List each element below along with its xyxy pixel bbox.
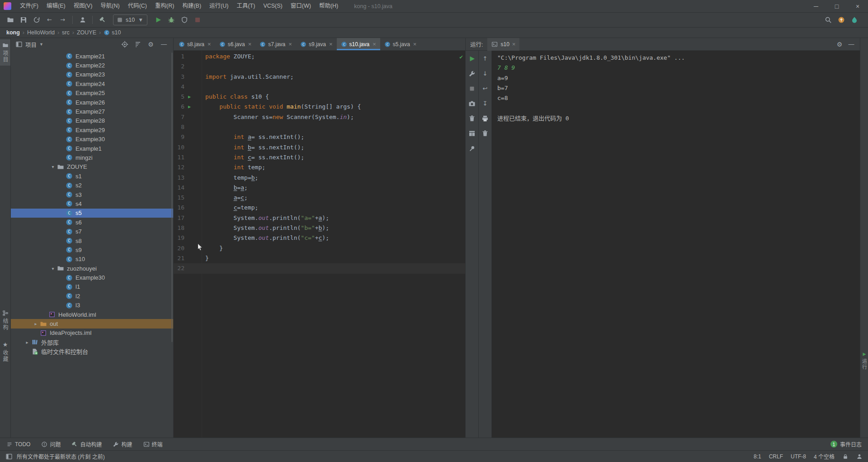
build-project-button[interactable] <box>96 14 108 26</box>
tab-close-icon[interactable]: × <box>208 41 211 48</box>
sync-button[interactable] <box>30 14 42 26</box>
tree-chevron-icon[interactable]: ▸ <box>32 321 40 326</box>
tree-item-s3[interactable]: Cs3 <box>11 190 173 199</box>
print-button[interactable] <box>480 114 490 124</box>
tab-close-icon[interactable]: × <box>288 41 292 48</box>
window-maximize-button[interactable]: □ <box>826 0 847 13</box>
tree-item-Example30[interactable]: CExample30 <box>11 273 173 282</box>
toolwindow-button-问题[interactable]: 问题 <box>41 440 61 448</box>
stop-process-button[interactable] <box>467 84 477 94</box>
editor-tab-s8.java[interactable]: Cs8.java× <box>175 38 215 50</box>
window-minimize-button[interactable]: ─ <box>806 0 826 13</box>
tree-item-Exampie29[interactable]: CExampie29 <box>11 125 173 134</box>
tree-item-s10[interactable]: Cs10 <box>11 255 173 264</box>
editor-tab-s5.java[interactable]: Cs5.java× <box>380 38 421 50</box>
tree-chevron-icon[interactable]: ▸ <box>23 340 31 345</box>
tree-item-Exampie30[interactable]: CExampie30 <box>11 135 173 144</box>
modify-run-config-button[interactable] <box>467 69 477 79</box>
tree-item-Exampie22[interactable]: CExampie22 <box>11 61 173 70</box>
run-line-icon[interactable]: ▶ <box>188 102 191 112</box>
tree-item-s7[interactable]: Cs7 <box>11 227 173 236</box>
code-line[interactable]: 3import java.util.Scanner; <box>174 72 465 82</box>
lock-icon[interactable] <box>842 453 849 460</box>
menu-item[interactable]: 帮助(H) <box>315 0 342 12</box>
tree-item-外部库[interactable]: ▸外部库 <box>11 338 173 347</box>
toolwindow-button-自动构建[interactable]: 自动构建 <box>71 440 102 448</box>
tree-item-s6[interactable]: Cs6 <box>11 218 173 227</box>
tree-item-HelloWorld.iml[interactable]: HelloWorld.iml <box>11 310 173 319</box>
menu-item[interactable]: 代码(C) <box>124 0 151 12</box>
run-tab[interactable]: s10 × <box>487 38 519 51</box>
tab-close-icon[interactable]: × <box>248 41 252 48</box>
scroll-to-end-button[interactable]: ↧ <box>480 99 490 109</box>
editor-tab-s6.java[interactable]: Cs6.java× <box>215 38 256 50</box>
tab-close-icon[interactable]: × <box>329 41 333 48</box>
tree-item-s4[interactable]: Cs4 <box>11 199 173 208</box>
tab-close-icon[interactable]: × <box>413 41 417 48</box>
close-icon[interactable]: × <box>512 41 516 48</box>
restore-layout-button[interactable] <box>467 129 477 138</box>
code-line[interactable]: 1package ZOUYE; <box>174 52 465 62</box>
project-tree-scrollbar[interactable] <box>171 52 173 342</box>
tool-stripe-button-结构[interactable]: 结构 <box>0 307 10 333</box>
pin-tab-button[interactable] <box>467 143 477 153</box>
breadcrumb-item-src[interactable]: src <box>62 29 70 36</box>
menu-item[interactable]: VCS(S) <box>259 0 286 12</box>
tree-item-s8[interactable]: Cs8 <box>11 236 173 245</box>
profile-button[interactable] <box>76 14 89 26</box>
tree-item-Exampie24[interactable]: CExampie24 <box>11 79 173 88</box>
code-line[interactable]: 13 temp=b; <box>174 173 465 183</box>
panel-settings-button[interactable]: ⚙ <box>145 38 157 50</box>
menu-item[interactable]: 文件(F) <box>16 0 42 12</box>
tree-item-临时文件和控制台[interactable]: 临时文件和控制台 <box>11 347 173 356</box>
rerun-button[interactable] <box>467 54 477 64</box>
code-line[interactable]: 22 <box>174 263 465 273</box>
menu-item[interactable]: 编辑(E) <box>42 0 70 12</box>
tree-item-l1[interactable]: Cl1 <box>11 282 173 291</box>
tree-item-IdeaProjects.iml[interactable]: IdeaProjects.iml <box>11 329 173 338</box>
tool-stripe-button-项目[interactable]: 项目 <box>0 39 10 66</box>
stop-button[interactable] <box>191 14 203 26</box>
code-line[interactable]: 11 int c= ss.nextInt(); <box>174 152 465 162</box>
inspections-profile-icon[interactable] <box>856 453 863 460</box>
tree-item-l2[interactable]: Cl2 <box>11 291 173 300</box>
tree-item-ZOUYE[interactable]: ▾ZOUYE <box>11 162 173 171</box>
tree-item-Exampie23[interactable]: CExampie23 <box>11 70 173 79</box>
caret-position[interactable]: 8:1 <box>754 453 761 460</box>
menu-item[interactable]: 窗口(W) <box>287 0 315 12</box>
open-file-button[interactable] <box>4 14 16 26</box>
tree-item-s9[interactable]: Cs9 <box>11 245 173 254</box>
down-stack-trace-button[interactable]: ↓ <box>480 69 490 79</box>
tree-item-Exampie21[interactable]: CExampie21 <box>11 52 173 61</box>
run-line-icon[interactable]: ▶ <box>188 92 191 102</box>
tree-item-s5[interactable]: Cs5 <box>11 209 173 218</box>
inspection-ok-icon[interactable]: ✔ <box>459 53 463 60</box>
run-config-selector[interactable]: s10 ▼ <box>113 14 147 25</box>
tree-item-Exampie26[interactable]: CExampie26 <box>11 98 173 107</box>
clear-all-button[interactable] <box>480 129 490 138</box>
code-line[interactable]: 16 c=temp; <box>174 203 465 213</box>
code-line[interactable]: 15 a=c; <box>174 193 465 203</box>
coverage-button[interactable] <box>178 14 190 26</box>
hide-run-panel-button[interactable]: ― <box>845 38 857 50</box>
back-button[interactable]: ← <box>43 14 56 26</box>
menu-item[interactable]: 视图(V) <box>70 0 97 12</box>
plugin-notification-button[interactable] <box>848 14 860 26</box>
code-line[interactable]: 6▶ public static void main(String[] args… <box>174 102 465 112</box>
code-line[interactable]: 12 int temp; <box>174 162 465 172</box>
collapse-all-button[interactable] <box>132 38 144 50</box>
toolwindow-button-TODO[interactable]: TODO <box>6 441 30 448</box>
file-encoding[interactable]: UTF-8 <box>791 453 806 460</box>
menu-item[interactable]: 导航(N) <box>96 0 123 12</box>
stripe-toggle-icon[interactable] <box>5 453 13 460</box>
indent-setting[interactable]: 4 个空格 <box>814 452 835 460</box>
tree-item-Exampie27[interactable]: CExampie27 <box>11 107 173 116</box>
tab-close-icon[interactable]: × <box>373 41 376 48</box>
tree-item-Exampie28[interactable]: CExampie28 <box>11 116 173 125</box>
code-line[interactable]: 7 Scanner ss=new Scanner(System.in); <box>174 112 465 122</box>
toolwindow-button-构建[interactable]: 构建 <box>113 440 132 448</box>
code-editor[interactable]: 1package ZOUYE;23import java.util.Scanne… <box>174 51 465 438</box>
code-line[interactable]: 18 System.out.println("b="+b); <box>174 223 465 233</box>
hide-panel-button[interactable]: ― <box>158 38 170 50</box>
editor-tab-s10.java[interactable]: Cs10.java× <box>337 38 380 50</box>
